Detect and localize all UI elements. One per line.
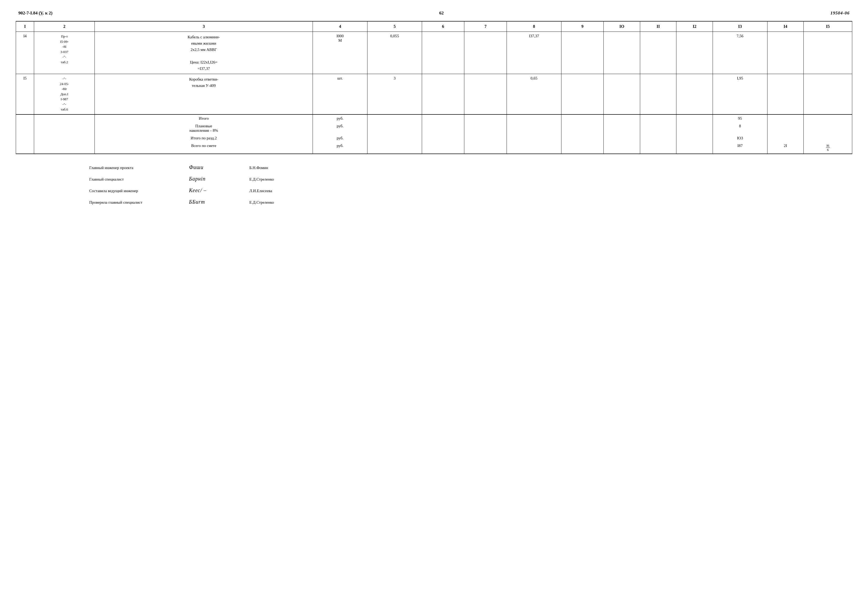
header-right: 19504-06 [831, 11, 849, 16]
cell-row2-col13: I,95 [713, 74, 767, 115]
sig-name-3: Л.И.Елисеева [250, 187, 272, 195]
summary-empty-2 [34, 115, 95, 122]
col-header-3: 3 [95, 21, 313, 32]
header-center: 62 [439, 11, 443, 16]
summary-empty-vs-8 [561, 142, 604, 154]
summary-value-vsego: I87 [713, 142, 767, 154]
sig-name-2: Е.Д.Стреленко [250, 175, 274, 183]
table-header-row: I 2 3 4 5 6 7 8 9 IO II I2 I3 I4 I5 [16, 21, 852, 32]
sig-sign-4: ББurm [189, 197, 247, 207]
summary-empty-ir-6 [464, 134, 507, 142]
summary-empty-9 [604, 115, 640, 122]
signature-row-1: Главный инженер проекта Фиши Б.Н.Фомин [89, 162, 852, 172]
col-header-1: I [16, 21, 34, 32]
summary-empty-1 [16, 115, 34, 122]
cell-row2-col14 [767, 74, 804, 115]
summary-empty-14 [804, 115, 852, 122]
summary-empty-ir-5 [422, 134, 464, 142]
signature-section: Главный инженер проекта Фиши Б.Н.Фомин Г… [89, 162, 852, 207]
summary-empty-ir-1 [16, 134, 34, 142]
summary-empty-pl-14 [804, 122, 852, 134]
cell-row2-col12 [676, 74, 713, 115]
col-header-11: II [640, 21, 676, 32]
summary-empty-8 [561, 115, 604, 122]
cell-row2-col10 [604, 74, 640, 115]
summary-empty-ir-13 [767, 134, 804, 142]
summary-empty-ir-2 [34, 134, 95, 142]
cell-row1-col7 [464, 32, 507, 74]
summary-empty-pl-8 [561, 122, 604, 134]
summary-unit-ir: руб. [313, 134, 367, 142]
sig-sign-1: Фиши [189, 162, 247, 172]
summary-empty-ir-14 [804, 134, 852, 142]
cell-row2-col1: I5 [16, 74, 34, 115]
cell-row2-col2: -"-24-05--8IгДоп.II-987-"-таб.6 [34, 74, 95, 115]
summary-empty-5 [422, 115, 464, 122]
summary-empty-vs-5 [422, 142, 464, 154]
summary-empty-ir-7 [507, 134, 561, 142]
cell-row2-col7 [464, 74, 507, 115]
cell-row2-col6 [422, 74, 464, 115]
cell-row1-col13: 7,56 [713, 32, 767, 74]
cell-row1-col9 [561, 32, 604, 74]
col-header-14: I4 [767, 21, 804, 32]
cell-row2-col11 [640, 74, 676, 115]
header: 902-7-I.84 (V. к 2) 62 19504-06 [16, 11, 852, 16]
summary-empty-13 [767, 115, 804, 122]
cell-row1-col2: Пр-тI5-09--8I3-037-"-таб.2 [34, 32, 95, 74]
signature-row-3: Составила ведущий инженер Кеес/ – Л.И.Ел… [89, 185, 852, 195]
signature-row-2: Главный специалист Барнin Е.Д.Стреленко [89, 174, 852, 184]
summary-empty-pl-9 [604, 122, 640, 134]
summary-empty-pl-7 [507, 122, 561, 134]
summary-row-vsego: Всего по смете руб. I87 2I I6 6 [16, 142, 852, 154]
summary-row-itogo: Итого руб. 95 [16, 115, 852, 122]
cell-row2-col15 [804, 74, 852, 115]
summary-empty-pl-2 [34, 122, 95, 134]
col-header-13: I3 [713, 21, 767, 32]
summary-empty-ir-8 [561, 134, 604, 142]
summary-value-vsego-15: I6 6 [804, 142, 852, 154]
sig-sign-2: Барнin [189, 174, 247, 184]
col-header-6: 6 [422, 21, 464, 32]
summary-unit-planovye: руб. [313, 122, 367, 134]
header-left: 902-7-I.84 (V. к 2) [19, 11, 53, 16]
summary-empty-pl-10 [640, 122, 676, 134]
cell-row1-col15 [804, 32, 852, 74]
summary-label-itogo: Итого [95, 115, 313, 122]
summary-empty-vs-2 [34, 142, 95, 154]
summary-empty-pl-4 [367, 122, 422, 134]
summary-empty-10 [640, 115, 676, 122]
summary-value-planovye: 8 [713, 122, 767, 134]
col-header-15: I5 [804, 21, 852, 32]
summary-empty-pl-6 [464, 122, 507, 134]
sig-label-4: Проверила главный специалист [89, 199, 189, 206]
sig-label-3: Составила ведущий инженер [89, 187, 189, 195]
sig-name-4: Е.Д.Стреленко [250, 199, 274, 206]
summary-empty-ir-4 [367, 134, 422, 142]
col-header-8: 8 [507, 21, 561, 32]
cell-row1-col10 [604, 32, 640, 74]
summary-empty-pl-11 [676, 122, 713, 134]
summary-empty-vs-9 [604, 142, 640, 154]
sig-sign-3: Кеес/ – [189, 185, 247, 195]
cell-row2-col4: шт. [313, 74, 367, 115]
cell-row1-col8: I37,37 [507, 32, 561, 74]
cell-row2-col9 [561, 74, 604, 115]
summary-value-ir: IO3 [713, 134, 767, 142]
col-header-12: I2 [676, 21, 713, 32]
signature-row-4: Проверила главный специалист ББurm Е.Д.С… [89, 197, 852, 207]
cell-row1-col4: I000М [313, 32, 367, 74]
summary-value-itogo: 95 [713, 115, 767, 122]
summary-empty-ir-11 [676, 134, 713, 142]
summary-empty-pl-13 [767, 122, 804, 134]
summary-empty-4 [367, 115, 422, 122]
cell-row1-col12 [676, 32, 713, 74]
col-header-5: 5 [367, 21, 422, 32]
summary-label-vsego: Всего по смете [95, 142, 313, 154]
summary-empty-vs-7 [507, 142, 561, 154]
cell-row1-col6 [422, 32, 464, 74]
cell-row2-col3: Коробка ответви-тельная У-409 [95, 74, 313, 115]
sig-name-1: Б.Н.Фомин [250, 164, 268, 172]
cell-row1-col3: Кабель с алюмини-евыми жилами2x2,5 мм АВ… [95, 32, 313, 74]
summary-empty-vs-11 [676, 142, 713, 154]
